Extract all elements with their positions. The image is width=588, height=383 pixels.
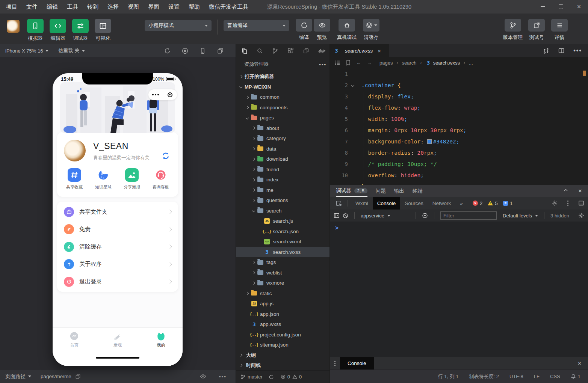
tree-section--[interactable]: 打开的编辑器 xyxy=(236,71,330,82)
tree-item-tags[interactable]: tags xyxy=(236,257,330,268)
breadcrumb-item-3[interactable]: 3search.wxss xyxy=(425,60,460,66)
menu-row-5[interactable]: 退出登录 xyxy=(57,273,178,291)
clear-console-icon[interactable] xyxy=(343,213,348,219)
menubar-item-4[interactable]: 工具 xyxy=(67,3,78,11)
code-editor[interactable]: 12.container {3 display: flex;4 flex-flo… xyxy=(330,68,588,185)
exit-icon[interactable] xyxy=(163,92,177,97)
git-sync-icon[interactable] xyxy=(269,374,274,380)
maximize-button[interactable] xyxy=(552,0,570,14)
tree-item-app-json[interactable]: {..}app.json xyxy=(236,309,330,320)
tree-item-download[interactable]: download xyxy=(236,154,330,164)
close-button[interactable]: × xyxy=(570,0,588,14)
devtools-tab-1[interactable]: 调试器2, 5 xyxy=(336,185,367,197)
copy-path-icon[interactable] xyxy=(75,374,81,379)
dock-side-icon[interactable] xyxy=(578,200,584,206)
tree-item-data[interactable]: data xyxy=(236,144,330,154)
notifications-bell[interactable]: 1 xyxy=(571,374,580,379)
breadcrumb-item-4[interactable]: ... xyxy=(469,60,473,66)
user-avatar[interactable] xyxy=(7,20,20,33)
filter-input[interactable] xyxy=(440,211,497,220)
tree-item-search-json[interactable]: {..}search.json xyxy=(236,226,330,237)
tree-item-category[interactable]: category xyxy=(236,133,330,144)
nav-back-icon[interactable]: ← xyxy=(356,60,361,66)
menubar-item-11[interactable]: 微信开发者工具 xyxy=(209,3,248,11)
menubar-item-9[interactable]: 设置 xyxy=(168,3,180,11)
menu-row-4[interactable]: 关于程序 xyxy=(57,256,178,273)
compare-changes-icon[interactable] xyxy=(543,48,549,54)
mode-select[interactable]: 小程序模式 xyxy=(145,20,212,31)
drawer-menu-icon[interactable] xyxy=(330,361,340,366)
outline-section[interactable]: 大纲 xyxy=(236,350,330,360)
tree-item-friend[interactable]: friend xyxy=(236,164,330,175)
menu-row-1[interactable]: 共享文件夹 xyxy=(57,203,178,221)
minimize-button[interactable] xyxy=(534,0,552,14)
tree-item-wxmore[interactable]: wxmore xyxy=(236,278,330,288)
phone-tab-1[interactable]: 首页 xyxy=(53,328,96,354)
toolbar-action-2[interactable]: 预览 xyxy=(313,19,331,41)
tree-item-components[interactable]: components xyxy=(236,103,330,113)
compile-select[interactable]: 普通编译 xyxy=(224,20,289,31)
bookmark-icon[interactable] xyxy=(346,60,351,66)
git-branch[interactable]: master xyxy=(240,374,263,380)
menubar-item-10[interactable]: 帮助 xyxy=(189,3,200,11)
phone-tab-3[interactable]: 我的 xyxy=(139,328,183,354)
breadcrumb-item-2[interactable]: search xyxy=(402,60,416,66)
docker-icon[interactable] xyxy=(318,48,325,54)
console-warning-count[interactable]: 5 xyxy=(488,201,498,206)
layers-panel-icon[interactable] xyxy=(303,48,309,54)
source-control-icon[interactable] xyxy=(272,48,278,54)
inspector-tab-console[interactable]: Console xyxy=(373,197,401,210)
toolbar-action-3[interactable]: 真机调试 xyxy=(337,19,357,41)
record-stop-icon[interactable] xyxy=(182,48,188,54)
tree-section-mp-weixin[interactable]: MP-WEIXIN xyxy=(236,82,330,92)
problems-warnings[interactable]: 0 xyxy=(292,374,302,380)
toolbar-action-4[interactable]: 清缓存 xyxy=(361,19,381,41)
toolbar-right-2[interactable]: 测试号 xyxy=(526,19,547,41)
menu-row-2[interactable]: 免责 xyxy=(57,221,178,238)
menubar-item-6[interactable]: 选择 xyxy=(107,3,119,11)
split-editor-icon[interactable] xyxy=(558,48,564,54)
quick-action-3[interactable]: 分享海报 xyxy=(119,168,145,190)
toolbar-action-1[interactable]: 编译 xyxy=(295,19,313,41)
close-panel-icon[interactable]: × xyxy=(578,187,582,195)
device-frame-icon[interactable] xyxy=(200,48,206,54)
quick-action-2[interactable]: 知识星球 xyxy=(90,168,116,190)
tree-item-common[interactable]: common xyxy=(236,92,330,103)
menubar-item-3[interactable]: 编辑 xyxy=(47,3,58,11)
tree-item-weblist[interactable]: weblist xyxy=(236,268,330,278)
inspect-element-icon[interactable] xyxy=(334,200,345,207)
levels-select[interactable]: Default levels xyxy=(503,213,538,219)
tree-item-questions[interactable]: questions xyxy=(236,195,330,206)
console-settings-icon[interactable] xyxy=(578,213,584,219)
files-icon[interactable] xyxy=(241,48,248,54)
quick-action-4[interactable]: 咨询客服 xyxy=(148,168,174,190)
tree-item-me[interactable]: me xyxy=(236,185,330,196)
console-error-count[interactable]: ×2 xyxy=(473,201,483,206)
outline-list-icon[interactable] xyxy=(334,60,340,66)
eol[interactable]: LF xyxy=(534,374,540,379)
tree-item-project-config-json[interactable]: {..}project.config.json xyxy=(236,330,330,340)
encoding[interactable]: UTF-8 xyxy=(509,374,523,379)
tree-item-app-wxss[interactable]: 3app.wxss xyxy=(236,319,330,330)
tab-size[interactable]: 制表符长度: 2 xyxy=(469,373,499,380)
tree-item-about[interactable]: about xyxy=(236,123,330,134)
inspector-tab-wxml[interactable]: Wxml xyxy=(351,197,373,210)
problems-errors[interactable]: 0 xyxy=(281,374,290,380)
language-mode[interactable]: CSS xyxy=(550,374,560,379)
console-message-count[interactable]: 1 xyxy=(503,201,513,206)
inspector-tab-sources[interactable]: Sources xyxy=(400,197,428,210)
devtools-tab-2[interactable]: 问题 xyxy=(376,185,386,197)
devtools-tab-4[interactable]: 终端 xyxy=(413,185,423,197)
console-sidebar-icon[interactable] xyxy=(334,213,340,219)
multi-window-icon[interactable] xyxy=(217,48,224,54)
devtools-menu-icon[interactable] xyxy=(567,201,568,206)
context-select[interactable]: appservice xyxy=(361,213,410,219)
more-tabs-icon[interactable]: » xyxy=(455,197,467,210)
extensions-icon[interactable] xyxy=(287,48,294,54)
menu-row-3[interactable]: 清除缓存 xyxy=(57,238,178,256)
console-output[interactable]: > xyxy=(330,222,588,357)
tree-item-search-wxss[interactable]: 3search.wxss xyxy=(236,247,330,258)
page-path-select[interactable]: 页面路径 xyxy=(5,373,31,380)
explorer-more-icon[interactable]: ••• xyxy=(319,62,326,67)
toolbar-inspector-button[interactable]: 调试器 xyxy=(71,19,90,42)
